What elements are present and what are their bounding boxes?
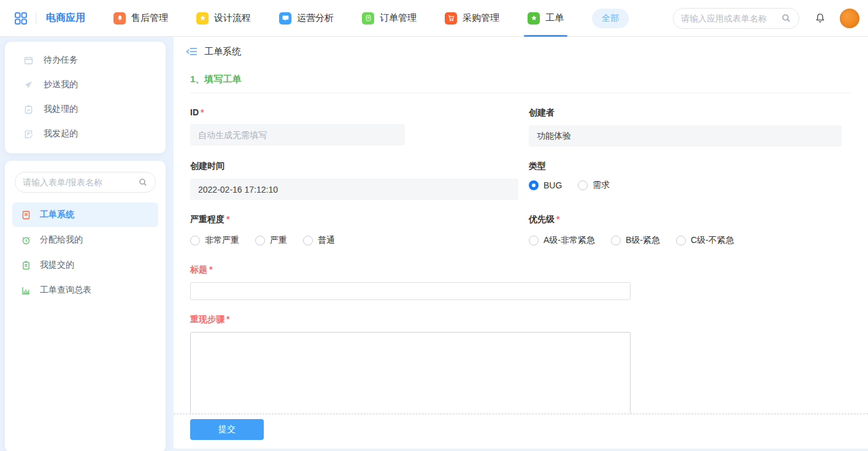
- sidebar-item-label: 我提交的: [40, 260, 74, 271]
- sidebar-item-label: 抄送我的: [44, 79, 78, 90]
- radio-unselected-icon: [190, 236, 200, 245]
- sidebar-item-label: 我处理的: [44, 104, 78, 115]
- field-label: 优先级*: [529, 214, 842, 225]
- field-label: 创建者: [529, 107, 842, 118]
- radio-unselected-icon: [578, 180, 588, 190]
- repro-steps-textarea[interactable]: [190, 332, 631, 416]
- field-label: 创建时间: [190, 161, 529, 172]
- clipboard-check-icon: [23, 104, 34, 115]
- search-icon[interactable]: [138, 177, 148, 187]
- radio-type-bug[interactable]: BUG: [529, 180, 562, 190]
- page-title: 工单系统: [204, 46, 241, 58]
- sidebar-search-input[interactable]: [23, 177, 138, 187]
- radio-priority-c[interactable]: C级-不紧急: [676, 235, 734, 246]
- tab-design-flow[interactable]: 设计流程: [196, 0, 251, 37]
- sidebar-search[interactable]: [15, 172, 156, 193]
- radio-priority-a[interactable]: A级-非常紧急: [529, 235, 595, 246]
- sidebar-item-handled-by-me[interactable]: 我处理的: [5, 97, 166, 121]
- star-badge-icon: [196, 12, 209, 25]
- radio-type-requirement[interactable]: 需求: [578, 180, 610, 191]
- creator-input[interactable]: [529, 125, 842, 147]
- sidebar-quick-card: 待办任务 抄送我的 我处理的 我发起的: [5, 42, 166, 153]
- required-asterisk: *: [556, 214, 559, 224]
- cart-badge-icon: [445, 12, 457, 25]
- field-created-time: 创建时间: [190, 161, 529, 200]
- brand-title[interactable]: 电商应用: [46, 12, 85, 25]
- tab-label: 采购管理: [463, 12, 499, 24]
- field-creator: 创建者: [529, 107, 851, 147]
- bar-chart-icon: [21, 285, 31, 296]
- orange-doc-icon: [21, 210, 31, 220]
- radio-severity-critical[interactable]: 非常严重: [190, 235, 239, 246]
- tab-operations-analysis[interactable]: 运营分析: [279, 0, 334, 37]
- topbar-divider: [36, 12, 36, 25]
- topbar-search-input[interactable]: [681, 13, 781, 23]
- sidebar-item-cc-to-me[interactable]: 抄送我的: [5, 72, 166, 97]
- radio-selected-icon: [529, 180, 539, 190]
- collapse-menu-icon[interactable]: [186, 46, 198, 57]
- sidebar-item-initiated-by-me[interactable]: 我发起的: [5, 121, 166, 146]
- tab-label: 售后管理: [131, 12, 168, 24]
- field-label: 重现步骤*: [190, 314, 631, 325]
- created-time-input[interactable]: [190, 179, 518, 200]
- tab-procurement-management[interactable]: 采购管理: [445, 0, 499, 37]
- sidebar-item-label: 工单系统: [40, 209, 74, 220]
- sidebar-item-my-submissions[interactable]: 我提交的: [12, 253, 158, 277]
- main-header: 工单系统: [174, 37, 868, 66]
- search-icon[interactable]: [781, 13, 791, 23]
- tab-label: 运营分析: [297, 12, 334, 24]
- submit-button[interactable]: 提交: [190, 419, 264, 440]
- user-avatar[interactable]: [840, 9, 859, 28]
- edit-doc-icon: [23, 129, 34, 139]
- clock-icon: [21, 235, 31, 245]
- field-label: 严重程度*: [190, 214, 529, 225]
- tab-label: 设计流程: [214, 12, 251, 24]
- calendar-icon: [23, 55, 34, 66]
- form-footer: 提交: [174, 414, 868, 449]
- apps-grid-icon[interactable]: [13, 11, 28, 26]
- sidebar-item-label: 工单查询总表: [40, 285, 91, 296]
- field-label: 类型: [529, 161, 842, 172]
- star-badge-icon: [528, 12, 540, 25]
- sidebar-item-label: 分配给我的: [40, 234, 83, 245]
- radio-unselected-icon: [611, 236, 621, 245]
- field-priority: 优先级* A级-非常紧急 B级-紧急 C级-不紧急: [529, 214, 851, 246]
- sidebar-item-work-order-system[interactable]: 工单系统: [12, 202, 158, 227]
- title-input[interactable]: [190, 282, 631, 300]
- id-input[interactable]: [190, 124, 405, 145]
- radio-priority-b[interactable]: B级-紧急: [611, 235, 660, 246]
- radio-unselected-icon: [676, 236, 686, 245]
- work-order-form: 1、填写工单 ID* 创建者 创建时间 类型: [174, 66, 868, 439]
- topbar: 电商应用 售后管理 设计流程 运营分析 订单管理 采购管理 工单 全部: [0, 0, 868, 37]
- tab-order-management[interactable]: 订单管理: [362, 0, 417, 37]
- radio-severity-normal[interactable]: 普通: [303, 235, 335, 246]
- field-title: 标题*: [190, 264, 631, 300]
- tab-work-order[interactable]: 工单: [528, 0, 564, 37]
- all-apps-pill[interactable]: 全部: [592, 9, 629, 28]
- sidebar-item-label: 我发起的: [44, 128, 78, 139]
- sidebar-item-todo-tasks[interactable]: 待办任务: [5, 48, 166, 72]
- bell-badge-icon: [113, 12, 126, 25]
- tab-after-sales[interactable]: 售后管理: [113, 0, 168, 37]
- field-severity: 严重程度* 非常严重 严重 普通: [190, 214, 529, 246]
- radio-severity-serious[interactable]: 严重: [255, 235, 287, 246]
- clipboard-icon: [21, 260, 31, 271]
- tab-label: 订单管理: [380, 12, 417, 24]
- required-asterisk: *: [226, 314, 229, 324]
- radio-unselected-icon: [529, 236, 539, 245]
- field-id: ID*: [190, 107, 529, 147]
- section-title: 1、填写工单: [190, 74, 851, 93]
- sidebar-item-assigned-to-me[interactable]: 分配给我的: [12, 228, 158, 252]
- field-type: 类型 BUG 需求: [529, 161, 851, 200]
- radio-unselected-icon: [255, 236, 265, 245]
- field-repro-steps: 重现步骤*: [190, 314, 631, 416]
- sidebar-item-work-order-summary[interactable]: 工单查询总表: [12, 278, 158, 303]
- radio-unselected-icon: [303, 236, 313, 245]
- notification-bell-icon[interactable]: [814, 12, 826, 25]
- sidebar-item-label: 待办任务: [44, 55, 78, 66]
- required-asterisk: *: [226, 214, 229, 224]
- topbar-search[interactable]: [673, 8, 799, 29]
- field-label: ID*: [190, 107, 529, 117]
- tab-label: 工单: [545, 12, 564, 24]
- section-divider: [190, 93, 851, 93]
